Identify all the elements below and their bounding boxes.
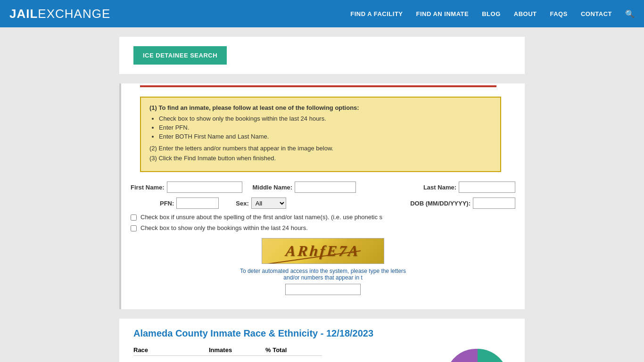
pfn-label: PFN: — [160, 200, 174, 207]
pfn-group: PFN: — [160, 197, 219, 209]
captcha-text: ARhfE7A — [285, 242, 361, 260]
pfn-sex-dob-row: PFN: Sex: All Male Female DOB (MM/DD/YYY… — [121, 197, 525, 209]
instructions-list: Check box to show only the bookings with… — [159, 115, 492, 140]
nav-find-inmate[interactable]: FIND AN INMATE — [416, 10, 469, 17]
chart-table-header: Race Inmates % Total — [133, 346, 322, 356]
instructions-step1: (1) To find an inmate, please follow at … — [149, 104, 492, 111]
chart-col-pct-header: % Total — [265, 346, 322, 354]
top-border-decoration — [140, 85, 496, 87]
site-logo[interactable]: JAIL EXCHANGE — [9, 7, 110, 21]
chart-col-inmates-header: Inmates — [209, 346, 265, 354]
pie-chart — [445, 346, 511, 362]
captcha-section: ARhfE7A To deter automated access into t… — [121, 238, 525, 295]
chart-table: Race Inmates % Total — [133, 346, 322, 358]
last24-checkbox-label: Check box to show only the bookings with… — [140, 224, 308, 231]
page-content: ICE DETAINEE SEARCH (1) To find an inmat… — [119, 27, 525, 362]
dob-group: DOB (MM/DD/YYYY): — [410, 197, 515, 209]
header-search-button[interactable]: 🔍 — [625, 9, 635, 18]
ice-detainee-search-button[interactable]: ICE DETAINEE SEARCH — [133, 46, 227, 65]
last24-checkbox-row: Check box to show only the bookings with… — [121, 224, 525, 231]
chart-container: Race Inmates % Total — [133, 346, 511, 362]
pie-slice-5 — [448, 349, 478, 362]
nav-contact[interactable]: CONTACT — [581, 10, 612, 17]
dob-input[interactable] — [473, 197, 515, 209]
instructions-step3: (3) Click the Find Inmate button when fi… — [149, 155, 492, 162]
first-name-group: First Name: — [131, 181, 242, 193]
last-name-label: Last Name: — [423, 184, 456, 191]
last-name-input[interactable] — [459, 181, 515, 193]
logo-exchange-text: EXCHANGE — [38, 7, 110, 21]
instructions-box: (1) To find an inmate, please follow at … — [140, 97, 501, 172]
middle-name-group: Middle Name: — [253, 181, 356, 193]
sex-group: Sex: All Male Female — [236, 197, 286, 209]
ice-detainee-card: ICE DETAINEE SEARCH — [119, 37, 525, 74]
last24-checkbox[interactable] — [131, 225, 137, 231]
phonetic-checkbox-row: Check box if unsure about the spelling o… — [121, 214, 525, 221]
instructions-step2: (2) Enter the letters and/or numbers tha… — [149, 145, 492, 152]
nav-find-facility[interactable]: FIND A FACILITY — [350, 10, 403, 17]
instruction-bullet-2: Enter PFN. — [159, 124, 492, 131]
dob-label: DOB (MM/DD/YYYY): — [410, 200, 471, 207]
captcha-image: ARhfE7A — [262, 238, 384, 264]
phonetic-checkbox-label: Check box if unsure about the spelling o… — [140, 214, 382, 221]
instruction-bullet-1: Check box to show only the bookings with… — [159, 115, 492, 122]
captcha-note: To deter automated access into the syste… — [238, 268, 408, 281]
chart-col-race-header: Race — [133, 346, 209, 354]
instruction-bullet-3: Enter BOTH First Name and Last Name. — [159, 133, 492, 140]
pfn-input[interactable] — [176, 197, 219, 209]
name-fields-row: First Name: Middle Name: Last Name: — [121, 181, 525, 193]
nav-about[interactable]: ABOUT — [514, 10, 537, 17]
first-name-input[interactable] — [167, 181, 242, 193]
middle-name-input[interactable] — [295, 181, 356, 193]
chart-card: Alameda County Inmate Race & Ethnicity -… — [119, 319, 525, 362]
last-name-group: Last Name: — [423, 181, 515, 193]
phonetic-checkbox[interactable] — [131, 214, 137, 221]
main-nav: FIND A FACILITY FIND AN INMATE BLOG ABOU… — [350, 9, 635, 18]
instructions-section: (1) To find an inmate, please follow at … — [121, 97, 525, 172]
sex-select[interactable]: All Male Female — [251, 197, 286, 209]
middle-name-label: Middle Name: — [253, 184, 293, 191]
sex-label: Sex: — [236, 200, 248, 207]
nav-blog[interactable]: BLOG — [482, 10, 501, 17]
first-name-label: First Name: — [131, 184, 165, 191]
logo-jail-text: JAIL — [9, 7, 38, 21]
inmate-search-card: (1) To find an inmate, please follow at … — [119, 83, 525, 309]
captcha-input[interactable] — [285, 284, 361, 295]
site-header: JAIL EXCHANGE FIND A FACILITY FIND AN IN… — [0, 0, 644, 27]
pie-slice-1 — [478, 349, 508, 362]
chart-title: Alameda County Inmate Race & Ethnicity -… — [133, 328, 511, 339]
nav-faqs[interactable]: FAQs — [550, 10, 568, 17]
